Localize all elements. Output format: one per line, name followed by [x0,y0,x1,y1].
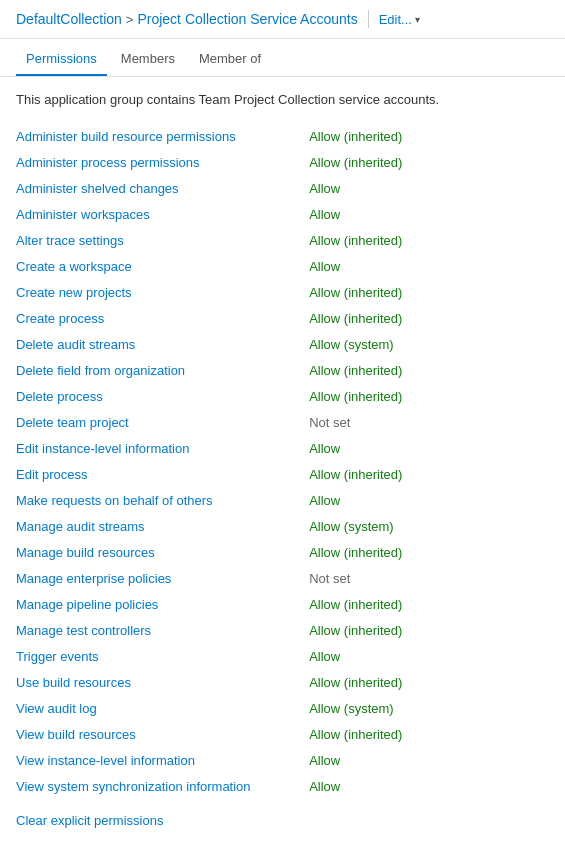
table-row: Delete team projectNot set [16,409,549,435]
permission-name[interactable]: Manage audit streams [16,513,309,539]
permission-value: Allow (inherited) [309,539,549,565]
permission-name[interactable]: Manage pipeline policies [16,591,309,617]
table-row: Manage test controllersAllow (inherited) [16,617,549,643]
permission-value: Not set [309,565,549,591]
permission-value: Allow (inherited) [309,617,549,643]
table-row: View system synchronization informationA… [16,773,549,799]
table-row: View instance-level informationAllow [16,747,549,773]
permission-value: Allow [309,175,549,201]
permission-value: Allow (inherited) [309,721,549,747]
permission-value: Allow (system) [309,331,549,357]
permission-value: Allow (inherited) [309,461,549,487]
table-row: Alter trace settingsAllow (inherited) [16,227,549,253]
permission-value: Allow [309,487,549,513]
permission-name[interactable]: Administer process permissions [16,149,309,175]
tab-members[interactable]: Members [111,43,185,76]
breadcrumb-collection[interactable]: DefaultCollection [16,11,122,27]
permission-value: Allow (inherited) [309,305,549,331]
permission-name[interactable]: Administer shelved changes [16,175,309,201]
table-row: Create new projectsAllow (inherited) [16,279,549,305]
permission-value: Allow (inherited) [309,357,549,383]
clear-explicit-permissions-link[interactable]: Clear explicit permissions [16,813,163,828]
permission-name[interactable]: Delete field from organization [16,357,309,383]
tab-bar: Permissions Members Member of [0,43,565,77]
permission-name[interactable]: Manage enterprise policies [16,565,309,591]
edit-button[interactable]: Edit... ▾ [379,12,420,27]
permission-name[interactable]: Manage build resources [16,539,309,565]
permission-name[interactable]: Edit instance-level information [16,435,309,461]
header-divider [368,10,369,28]
permission-name[interactable]: Delete team project [16,409,309,435]
table-row: Administer build resource permissionsAll… [16,123,549,149]
permission-value: Allow (inherited) [309,383,549,409]
table-row: Delete audit streamsAllow (system) [16,331,549,357]
permission-value: Allow (inherited) [309,591,549,617]
permission-name[interactable]: Edit process [16,461,309,487]
permission-value: Not set [309,409,549,435]
permission-value: Allow [309,747,549,773]
permission-name[interactable]: Alter trace settings [16,227,309,253]
page-header: DefaultCollection > Project Collection S… [0,0,565,39]
table-row: Edit instance-level informationAllow [16,435,549,461]
permission-name[interactable]: View system synchronization information [16,773,309,799]
table-row: Trigger eventsAllow [16,643,549,669]
permission-name[interactable]: Delete audit streams [16,331,309,357]
table-row: Manage build resourcesAllow (inherited) [16,539,549,565]
table-row: View build resourcesAllow (inherited) [16,721,549,747]
permission-value: Allow [309,643,549,669]
permission-value: Allow (system) [309,695,549,721]
permission-name[interactable]: Administer workspaces [16,201,309,227]
permission-name[interactable]: Make requests on behalf of others [16,487,309,513]
permission-value: Allow [309,435,549,461]
permission-name[interactable]: Manage test controllers [16,617,309,643]
permission-value: Allow [309,253,549,279]
table-row: Manage audit streamsAllow (system) [16,513,549,539]
table-row: Use build resourcesAllow (inherited) [16,669,549,695]
permission-name[interactable]: View audit log [16,695,309,721]
table-row: Administer process permissionsAllow (inh… [16,149,549,175]
table-row: Edit processAllow (inherited) [16,461,549,487]
permission-name[interactable]: Use build resources [16,669,309,695]
table-row: Create processAllow (inherited) [16,305,549,331]
permission-value: Allow (system) [309,513,549,539]
permission-value: Allow [309,773,549,799]
permission-name[interactable]: Create new projects [16,279,309,305]
permission-name[interactable]: View build resources [16,721,309,747]
permission-name[interactable]: Trigger events [16,643,309,669]
group-description: This application group contains Team Pro… [16,91,549,109]
table-row: Delete processAllow (inherited) [16,383,549,409]
permission-value: Allow [309,201,549,227]
permission-name[interactable]: View instance-level information [16,747,309,773]
permission-name[interactable]: Create process [16,305,309,331]
permission-name[interactable]: Administer build resource permissions [16,123,309,149]
tab-permissions[interactable]: Permissions [16,43,107,76]
permission-value: Allow (inherited) [309,279,549,305]
permission-name[interactable]: Create a workspace [16,253,309,279]
permission-value: Allow (inherited) [309,227,549,253]
permission-value: Allow (inherited) [309,149,549,175]
table-row: View audit logAllow (system) [16,695,549,721]
breadcrumb-separator: > [126,12,134,27]
table-row: Delete field from organizationAllow (inh… [16,357,549,383]
breadcrumb-current-page[interactable]: Project Collection Service Accounts [137,11,357,27]
table-row: Administer shelved changesAllow [16,175,549,201]
tab-member-of[interactable]: Member of [189,43,271,76]
table-row: Manage enterprise policiesNot set [16,565,549,591]
table-row: Make requests on behalf of othersAllow [16,487,549,513]
permission-value: Allow (inherited) [309,669,549,695]
dropdown-arrow-icon: ▾ [415,14,420,25]
breadcrumb: DefaultCollection > Project Collection S… [16,11,358,27]
permission-value: Allow (inherited) [309,123,549,149]
table-row: Create a workspaceAllow [16,253,549,279]
table-row: Manage pipeline policiesAllow (inherited… [16,591,549,617]
main-content: This application group contains Team Pro… [0,77,565,841]
permission-name[interactable]: Delete process [16,383,309,409]
permissions-table: Administer build resource permissionsAll… [16,123,549,799]
table-row: Administer workspacesAllow [16,201,549,227]
